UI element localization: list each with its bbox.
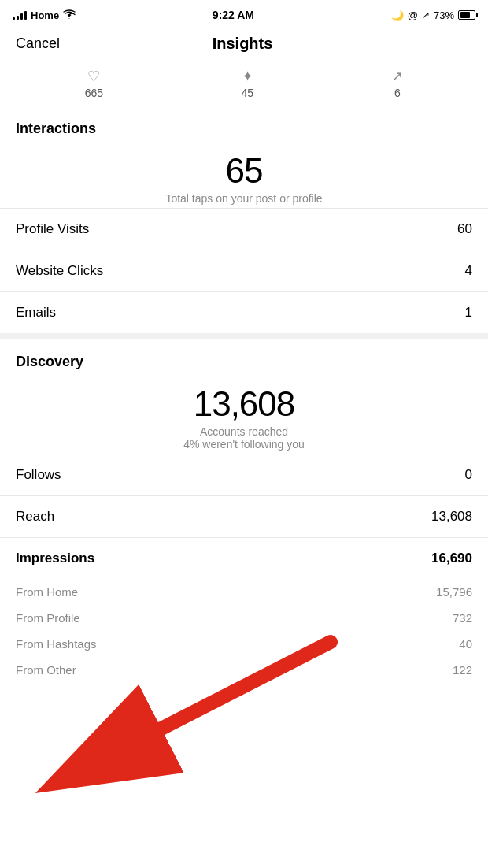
from-other-row: From Other 122 [0, 657, 488, 683]
status-time: 9:22 AM [213, 9, 254, 21]
likes-icon: ♡ [87, 68, 100, 85]
discovery-section-title: Discovery [0, 339, 488, 378]
from-other-label: From Other [16, 663, 76, 677]
cancel-button[interactable]: Cancel [16, 35, 60, 52]
from-other-value: 122 [453, 663, 472, 677]
page-title: Insights [213, 35, 273, 53]
status-bar: Home 9:22 AM 🌙 @ ↗ 73% [0, 0, 488, 28]
moon-icon: 🌙 [391, 9, 404, 21]
comments-icon: ✦ [242, 68, 253, 85]
signal-bars-icon [13, 10, 27, 20]
impressions-label: Impressions [16, 551, 94, 566]
discovery-total-sublabel: 4% weren't following you [16, 438, 472, 451]
sub-rows-container: From Home 15,796 From Profile 732 From H… [0, 579, 488, 683]
likes-value: 665 [85, 87, 103, 99]
shares-value: 6 [394, 87, 401, 99]
emails-label: Emails [16, 305, 56, 321]
discovery-total-label: Accounts reached [16, 425, 472, 438]
from-hashtags-label: From Hashtags [16, 637, 97, 651]
from-home-value: 15,796 [436, 585, 472, 599]
discovery-total: 13,608 Accounts reached 4% weren't follo… [0, 378, 488, 454]
from-home-label: From Home [16, 585, 78, 599]
follows-label: Follows [16, 467, 61, 483]
emails-row: Emails 1 [0, 291, 488, 333]
interactions-section: Interactions 65 Total taps on your post … [0, 106, 488, 333]
summary-item-likes: ♡ 665 [85, 68, 103, 99]
at-icon: @ [408, 9, 418, 21]
from-home-row: From Home 15,796 [0, 579, 488, 605]
profile-visits-row: Profile Visits 60 [0, 208, 488, 250]
battery-icon [458, 10, 475, 20]
status-right: 🌙 @ ↗ 73% [391, 9, 475, 21]
status-left: Home [13, 9, 76, 21]
summary-item-comments: ✦ 45 [241, 68, 253, 99]
from-profile-label: From Profile [16, 611, 80, 625]
profile-visits-label: Profile Visits [16, 221, 89, 237]
carrier-label: Home [31, 9, 59, 21]
from-profile-row: From Profile 732 [0, 605, 488, 631]
section-divider [0, 333, 488, 339]
interactions-total: 65 Total taps on your post or profile [0, 145, 488, 208]
interactions-total-number: 65 [16, 151, 472, 191]
website-clicks-label: Website Clicks [16, 263, 103, 279]
summary-item-shares: ↗ 6 [391, 68, 403, 99]
top-summary-bar: ♡ 665 ✦ 45 ↗ 6 [0, 61, 488, 106]
battery-percent: 73% [434, 9, 454, 21]
reach-label: Reach [16, 509, 54, 525]
profile-visits-value: 60 [457, 221, 472, 237]
from-hashtags-row: From Hashtags 40 [0, 631, 488, 657]
reach-row: Reach 13,608 [0, 495, 488, 537]
discovery-section: Discovery 13,608 Accounts reached 4% wer… [0, 339, 488, 683]
shares-icon: ↗ [391, 68, 403, 85]
follows-row: Follows 0 [0, 454, 488, 495]
interactions-total-label: Total taps on your post or profile [16, 192, 472, 205]
emails-value: 1 [465, 305, 472, 321]
comments-value: 45 [241, 87, 253, 99]
location-icon: ↗ [422, 9, 430, 20]
follows-value: 0 [465, 467, 472, 483]
wifi-icon [63, 9, 76, 21]
interactions-section-title: Interactions [0, 106, 488, 145]
impressions-row: Impressions 16,690 [0, 537, 488, 579]
nav-bar: Cancel Insights [0, 28, 488, 61]
from-profile-value: 732 [453, 611, 472, 625]
discovery-total-number: 13,608 [16, 384, 472, 424]
from-hashtags-value: 40 [459, 637, 472, 651]
reach-value: 13,608 [431, 509, 472, 525]
website-clicks-row: Website Clicks 4 [0, 250, 488, 291]
website-clicks-value: 4 [465, 263, 472, 279]
impressions-value: 16,690 [431, 551, 472, 566]
